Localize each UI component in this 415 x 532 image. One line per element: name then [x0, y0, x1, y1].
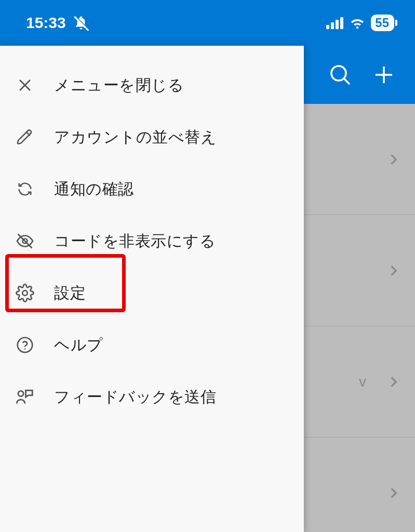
- status-bar: 15:33 55: [0, 0, 415, 46]
- side-menu: メニューを閉じる アカウントの並べ替え 通知の確認: [0, 46, 304, 532]
- list-item-snippet: v: [359, 374, 366, 390]
- eye-off-icon: [12, 229, 37, 254]
- chevron-right-icon: [387, 375, 400, 389]
- status-time: 15:33: [26, 14, 66, 32]
- menu-hide-codes[interactable]: コードを非表示にする: [0, 215, 304, 267]
- menu-settings[interactable]: 設定: [0, 267, 304, 319]
- feedback-icon: [12, 384, 37, 409]
- svg-rect-2: [326, 25, 329, 29]
- svg-rect-5: [340, 17, 343, 29]
- menu-feedback-label: フィードバックを送信: [54, 387, 216, 408]
- chevron-right-icon: [387, 153, 400, 166]
- chevron-right-icon: [387, 486, 400, 500]
- status-right: 55: [326, 15, 394, 31]
- battery-indicator: 55: [371, 15, 394, 31]
- gear-icon: [12, 281, 37, 305]
- svg-point-15: [22, 290, 28, 296]
- menu-help[interactable]: ヘルプ: [0, 319, 304, 371]
- svg-rect-3: [331, 22, 334, 29]
- menu-send-feedback[interactable]: フィードバックを送信: [0, 371, 304, 423]
- svg-point-16: [18, 338, 33, 353]
- refresh-icon: [12, 177, 37, 202]
- menu-close[interactable]: メニューを閉じる: [0, 59, 304, 111]
- menu-help-label: ヘルプ: [54, 335, 103, 356]
- add-icon[interactable]: [371, 62, 396, 87]
- cellular-icon: [326, 17, 344, 29]
- close-icon: [12, 73, 37, 98]
- pencil-icon: [12, 125, 37, 150]
- menu-check-notifications[interactable]: 通知の確認: [0, 163, 304, 215]
- silent-icon: [73, 15, 89, 31]
- svg-point-6: [331, 66, 346, 81]
- svg-point-18: [18, 391, 23, 396]
- menu-settings-label: 設定: [54, 283, 86, 304]
- chevron-right-icon: [387, 264, 400, 277]
- svg-point-17: [24, 348, 25, 349]
- search-icon[interactable]: [328, 62, 353, 87]
- menu-reorder-label: アカウントの並べ替え: [54, 127, 217, 148]
- battery-level: 55: [375, 16, 389, 30]
- menu-reorder-accounts[interactable]: アカウントの並べ替え: [0, 111, 304, 163]
- menu-notifications-label: 通知の確認: [54, 179, 134, 200]
- help-icon: [12, 332, 37, 357]
- menu-close-label: メニューを閉じる: [54, 75, 184, 96]
- status-left: 15:33: [26, 14, 89, 32]
- menu-hide-codes-label: コードを非表示にする: [54, 231, 216, 252]
- wifi-icon: [349, 17, 366, 29]
- svg-line-7: [344, 79, 350, 84]
- svg-rect-4: [336, 20, 339, 29]
